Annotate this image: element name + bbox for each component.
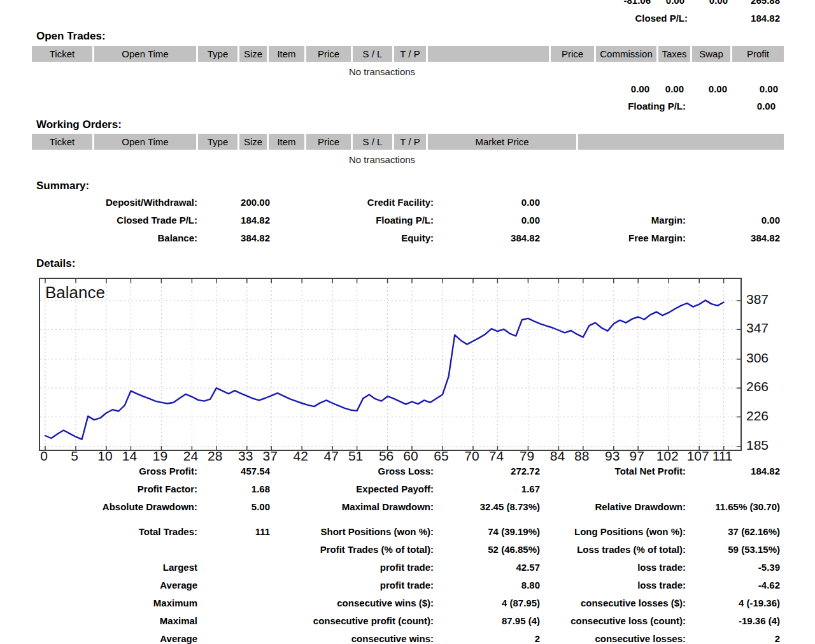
column-ticket: Ticket [32,134,92,150]
open-trades-empty-message: No transactions [32,66,732,77]
column-commission: Commission [596,46,656,62]
stat-label [0,541,197,559]
stat-value: 111 [197,523,270,541]
stat-label: Gross Profit: [0,462,197,480]
balance-chart-title: Balance [45,283,105,303]
column-sl: S / L [353,134,392,150]
stat-label: profit trade: [270,576,434,594]
closed-pl-value: 184.82 [684,13,780,24]
stat-label: Absolute Drawdown: [0,498,197,516]
column-taxes: Taxes [658,46,690,62]
y-axis-tick-label: 226 [746,408,769,424]
open-total-profit: 0.00 [714,83,778,94]
summary-label: Credit Facility: [270,194,434,211]
summary-label: Floating P/L: [270,211,434,229]
y-axis-tick-label: 387 [746,292,769,307]
column-ticket: Ticket [32,46,92,62]
stats-row: Largest profit trade: 42.57 loss trade: … [0,559,780,576]
open-trades-heading: Open Trades: [36,30,106,43]
stat-value: 272.72 [434,462,540,480]
stat-label: Expected Payoff: [270,480,434,498]
summary-value [686,194,780,211]
stat-label: Maximum [0,594,197,612]
statement-report: -81.06 0.00 0.00 265.88 Closed P/L: 184.… [0,0,815,644]
stat-value: 2 [686,630,780,644]
stat-label: consecutive loss (count): [540,612,686,630]
stat-label: Relative Drawdown: [540,498,686,516]
summary-value: 0.00 [434,211,540,229]
closed-pl-label: Closed P/L: [560,13,688,24]
column-price: Price [306,134,351,150]
stat-value [197,576,270,594]
stat-value: 457.54 [197,462,270,480]
stats-row: Gross Profit: 457.54 Gross Loss: 272.72 … [0,462,780,480]
stat-value: -5.39 [686,559,780,576]
stat-label: Profit Factor: [0,480,197,498]
stat-label: consecutive profit (count): [270,612,434,630]
stat-value [197,594,270,612]
floating-pl-label: Floating P/L: [558,101,686,111]
stat-value: 4 (-19.36) [686,594,780,612]
stat-label: Total Net Profit: [540,462,686,480]
column-swap: Swap [692,46,730,62]
stat-label: Average [0,576,197,594]
balance-chart-plot [40,279,741,450]
column-size: Size [239,46,267,62]
column-spacer [578,134,784,150]
stat-value [197,541,270,559]
stat-label: Maximal [0,612,197,630]
y-axis-tick-label: 347 [746,320,769,336]
stat-value: -4.62 [686,576,780,594]
column-type: Type [198,46,237,62]
summary-label: Deposit/Withdrawal: [0,194,197,211]
stats-row: Average profit trade: 8.80 loss trade: -… [0,576,780,594]
stat-value: -19.36 (4) [686,612,780,630]
column-price-close: Price [551,46,594,62]
stat-label: Average [0,630,197,644]
column-size: Size [239,134,267,150]
stat-value [686,480,780,498]
stats-row: Profit Trades (% of total): 52 (46.85%) … [0,541,780,559]
balance-chart: Balance [39,278,742,451]
stat-value [197,612,270,630]
summary-value: 384.82 [197,229,270,247]
summary-label: Margin: [540,211,686,229]
stat-label: loss trade: [540,576,686,594]
summary-label: Equity: [270,229,434,247]
x-axis-tick-label: 111 [704,448,742,464]
floating-pl-value: 0.00 [680,101,776,111]
stats-row: Profit Factor: 1.68 Expected Payoff: 1.6… [0,480,780,498]
summary-heading: Summary: [36,180,89,192]
column-open-time: Open Time [94,46,196,62]
stat-label [540,480,686,498]
stat-label: Short Positions (won %): [270,523,434,541]
closed-total-profit: 265.88 [716,0,780,6]
stat-value: 52 (46.85%) [434,541,540,559]
stat-label: consecutive losses ($): [540,594,686,612]
stat-label: Loss trades (% of total): [540,541,686,559]
working-orders-header-row: Ticket Open Time Type Size Item Price S … [32,134,784,150]
stat-label: consecutive wins ($): [270,594,434,612]
details-heading: Details: [36,257,75,270]
summary-value: 0.00 [434,194,540,211]
summary-value: 200.00 [197,194,270,211]
working-orders-empty-message: No transactions [32,154,732,165]
column-item: Item [269,134,304,150]
summary-value: 384.82 [686,229,780,247]
stat-label: loss trade: [540,559,686,576]
stat-value: 4 (87.95) [434,594,540,612]
column-profit: Profit [732,46,784,62]
stat-label: Profit Trades (% of total): [270,541,434,559]
stat-value: 87.95 (4) [434,612,540,630]
stats-row: Absolute Drawdown: 5.00 Maximal Drawdown… [0,498,780,516]
column-item: Item [269,46,304,62]
stat-value [197,559,270,576]
stats-row: Total Trades: 111 Short Positions (won %… [0,523,780,541]
stat-value [197,630,270,644]
column-price-open: Price [306,46,351,62]
stat-value: 184.82 [686,462,780,480]
stats-row: Maximal consecutive profit (count): 87.9… [0,612,780,630]
summary-table: Deposit/Withdrawal: 200.00 Credit Facili… [0,194,780,247]
stat-label: Gross Loss: [270,462,434,480]
summary-label: Balance: [0,229,197,247]
